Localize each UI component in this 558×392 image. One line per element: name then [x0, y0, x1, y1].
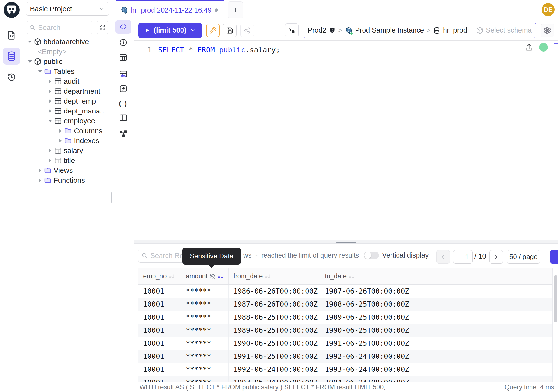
caret-right-icon[interactable]: [47, 159, 53, 162]
sql-editor-app: Basic Project bbdataarchive <Empty>: [0, 0, 558, 392]
caret-down-icon[interactable]: [27, 41, 33, 43]
batch-query-button[interactable]: [285, 23, 298, 37]
table-row-clipped[interactable]: 10001 ****** 1993-06-24T00:00:00Z 1994-0…: [138, 376, 552, 382]
sidebar-search-input[interactable]: [38, 24, 90, 32]
vertical-display-toggle[interactable]: [364, 252, 379, 259]
caret-right-icon[interactable]: [37, 168, 43, 172]
column-label: emp_no: [143, 272, 167, 280]
table-row[interactable]: 10001 ****** 1992-06-24T00:00:00Z 1993-0…: [138, 363, 552, 376]
strip-item-external-tables[interactable]: [115, 111, 131, 125]
page-number-input[interactable]: [453, 250, 472, 264]
save-sheet-button[interactable]: [223, 24, 236, 37]
caret-right-icon[interactable]: [47, 149, 53, 153]
table-row[interactable]: 10001 ****** 1991-06-25T00:00:00Z 1992-0…: [138, 350, 552, 363]
caret-right-icon[interactable]: [57, 129, 63, 133]
strip-item-info[interactable]: [115, 36, 131, 49]
caret-right-icon[interactable]: [47, 99, 53, 103]
tree-item-schema-public[interactable]: public: [23, 56, 112, 66]
table-row[interactable]: 10001 ****** 1986-06-26T00:00:00Z 1987-0…: [138, 285, 552, 298]
sort-icon[interactable]: [169, 273, 175, 279]
upload-icon: [525, 43, 533, 52]
tree-item-views-folder[interactable]: Views: [23, 165, 112, 175]
table-row[interactable]: 10001 ****** 1990-06-25T00:00:00Z 1991-0…: [138, 337, 552, 350]
tab-hr-prod[interactable]: hr_prod 2024-11-22 16:49: [116, 0, 224, 20]
strip-item-editor[interactable]: [115, 20, 131, 34]
sort-icon[interactable]: [265, 273, 271, 279]
tree-item-schema-bbdataarchive[interactable]: bbdataarchive: [23, 37, 112, 47]
caret-down-icon[interactable]: [37, 70, 43, 73]
schema-select[interactable]: Select schema: [471, 23, 536, 38]
ai-assistant-button[interactable]: [541, 24, 554, 37]
bytebase-logo-icon[interactable]: [4, 2, 19, 18]
sql-editor[interactable]: 1 SELECT * FROM public.salary;: [134, 41, 558, 240]
column-header-from-date[interactable]: from_date: [228, 268, 320, 284]
main-panel: hr_prod 2024-11-22 16:49 + DE: [112, 0, 558, 392]
previous-page-button[interactable]: [436, 250, 450, 264]
sort-icon[interactable]: [218, 273, 224, 279]
next-page-button[interactable]: [489, 250, 503, 264]
unsaved-dot-icon: [215, 9, 218, 12]
share-sheet-button[interactable]: [240, 24, 254, 37]
tree-item-table-salary[interactable]: salary: [23, 146, 112, 156]
table-row[interactable]: 10001 ****** 1988-06-25T00:00:00Z 1989-0…: [138, 311, 552, 324]
caret-right-icon[interactable]: [37, 178, 43, 182]
strip-item-functions[interactable]: [115, 82, 131, 96]
table-row[interactable]: 10001 ****** 1987-06-26T00:00:00Z 1988-0…: [138, 298, 552, 311]
format-sql-button[interactable]: [206, 24, 220, 37]
cell-amount-masked: ******: [181, 298, 228, 311]
tree-item-table-title[interactable]: title: [23, 156, 112, 165]
table-icon: [54, 157, 62, 164]
panel-resize-handle[interactable]: [134, 240, 558, 244]
upload-sheet-button[interactable]: [524, 43, 534, 52]
tree-item-table-employee[interactable]: employee: [23, 116, 112, 126]
tree-item-tables-folder[interactable]: Tables: [23, 66, 112, 76]
refresh-schema-button[interactable]: [96, 21, 109, 34]
column-header-amount[interactable]: amount: [181, 268, 228, 284]
sort-icon[interactable]: [349, 273, 355, 279]
user-avatar[interactable]: DE: [541, 3, 555, 16]
results-scrollbar-thumb[interactable]: [554, 275, 557, 322]
column-header-emp-no[interactable]: emp_no: [138, 268, 181, 284]
cell-from-date: 1992-06-24T00:00:00Z: [228, 363, 320, 376]
results-table-body: 10001 ****** 1986-06-26T00:00:00Z 1987-0…: [138, 285, 552, 382]
caret-right-icon[interactable]: [47, 109, 53, 113]
caret-right-icon[interactable]: [47, 79, 53, 83]
table-row[interactable]: 10001 ****** 1989-06-25T00:00:00Z 1990-0…: [138, 324, 552, 337]
tree-item-table-department[interactable]: department: [23, 86, 112, 96]
page-size-select[interactable]: 50 / page: [507, 250, 540, 264]
caret-right-icon[interactable]: [57, 139, 63, 143]
strip-item-schema-diagram[interactable]: [115, 127, 131, 140]
tree-item-label: public: [44, 57, 62, 66]
strip-item-masked-data[interactable]: [115, 67, 131, 81]
caret-down-icon[interactable]: [27, 60, 33, 63]
tree-item-indexes-folder[interactable]: Indexes: [23, 136, 112, 146]
export-button-clipped[interactable]: [550, 250, 558, 264]
tree-item-table-dept-emp[interactable]: dept_emp: [23, 96, 112, 106]
run-query-button[interactable]: (limit 500): [138, 23, 202, 38]
new-tab-button[interactable]: +: [227, 1, 243, 18]
rail-item-history[interactable]: [3, 69, 20, 86]
tree-item-functions-folder[interactable]: Functions: [23, 175, 112, 185]
tree-item-label: Functions: [53, 176, 85, 184]
rail-item-worksheets[interactable]: [3, 27, 20, 44]
column-header-to-date[interactable]: to_date: [320, 268, 411, 284]
caret-right-icon[interactable]: [47, 89, 53, 93]
tree-item-label: title: [64, 157, 75, 165]
strip-item-procedures[interactable]: (): [115, 97, 131, 110]
rail-item-databases[interactable]: [3, 48, 20, 65]
sql-table-name: .salary;: [245, 46, 280, 54]
cell-empty: [411, 350, 552, 363]
tree-item-table-dept-manager[interactable]: dept_mana...: [23, 106, 112, 116]
cell-amount-masked: ******: [181, 337, 228, 350]
caret-down-icon[interactable]: [47, 120, 53, 122]
tree-item-columns-folder[interactable]: Columns: [23, 126, 112, 136]
sidebar-search[interactable]: [26, 21, 93, 34]
strip-item-tables[interactable]: [115, 51, 131, 64]
search-icon: [29, 24, 36, 31]
cell-amount-masked: ******: [181, 324, 228, 337]
tree-item-table-audit[interactable]: audit: [23, 76, 112, 86]
schema-box-icon: [476, 27, 483, 34]
connection-context[interactable]: Prod2 > Prod Sample Instance > hr_prod: [303, 23, 471, 38]
chevron-left-icon: [440, 253, 446, 260]
project-selector[interactable]: Basic Project: [26, 2, 109, 16]
